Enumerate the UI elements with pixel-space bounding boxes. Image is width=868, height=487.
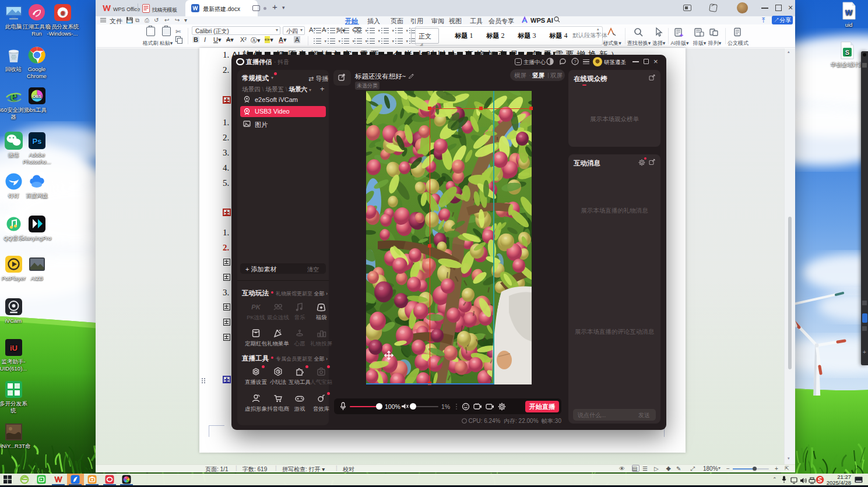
svg-text:e: e xyxy=(60,8,64,17)
svg-text:?: ? xyxy=(574,59,577,64)
svg-text:PK: PK xyxy=(251,304,261,310)
svg-text:OBS: OBS xyxy=(32,94,41,98)
svg-text:W: W xyxy=(845,8,852,17)
svg-text:Ps: Ps xyxy=(32,137,41,146)
svg-text:iU: iU xyxy=(10,344,17,352)
svg-text:S: S xyxy=(845,49,849,56)
